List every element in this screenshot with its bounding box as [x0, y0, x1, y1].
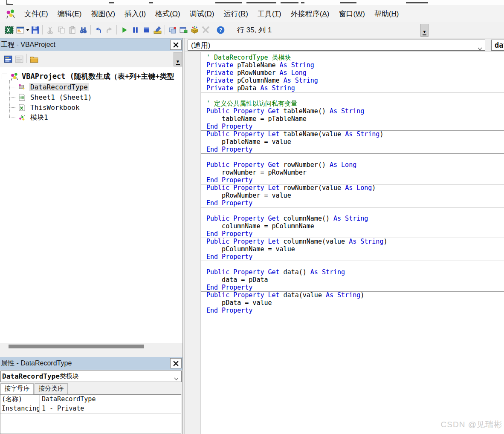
code-line[interactable]: data = pData	[201, 276, 504, 284]
window-title-remnant	[215, 2, 242, 3]
vbe-window: 文件(F)编辑(E)视图(V)插入(I)格式(O)调试(D)运行(R)工具(T)…	[0, 0, 504, 434]
code-line[interactable]: Public Property Get rowNumber() As Long	[201, 161, 504, 169]
save-icon[interactable]	[29, 24, 41, 35]
code-line[interactable]: Private pRowNumber As Long	[201, 69, 504, 77]
code-line[interactable]: End Property	[201, 199, 504, 207]
code-line[interactable]: Public Property Get data() As String	[201, 268, 504, 276]
break-icon[interactable]	[130, 24, 141, 35]
insert-userform-icon[interactable]	[14, 24, 26, 35]
tree-item-label: Sheet1 (Sheet1)	[29, 93, 93, 101]
tab-categorized[interactable]: 按分类序	[35, 383, 68, 394]
code-line[interactable]: pRowNumber = value	[201, 192, 504, 199]
menu-item[interactable]: 运行(R)	[219, 7, 253, 21]
code-line[interactable]: Private pColumnName As String	[201, 77, 504, 84]
code-editor[interactable]: ' DataRecordType 类模块Private pTableName A…	[185, 52, 504, 434]
tree-item--1[interactable]: 模块1	[0, 112, 182, 123]
menu-item[interactable]: 帮助(H)	[370, 7, 404, 21]
code-line[interactable]: End Property	[201, 284, 504, 291]
code-keyword: As String	[280, 61, 314, 69]
object-browser-icon[interactable]	[189, 24, 200, 35]
project-tree-horizontal-scrollbar[interactable]	[0, 343, 182, 350]
code-line[interactable]: End Property	[201, 176, 504, 184]
undo-icon[interactable]	[93, 24, 104, 35]
code-line[interactable]	[201, 207, 504, 215]
code-line[interactable]: pTableName = value	[201, 138, 504, 146]
property-value-cell[interactable]: DataRecordType	[40, 395, 181, 404]
code-line[interactable]: Public Property Get tableName() As Strin…	[201, 107, 504, 115]
property-row[interactable]: (名称)DataRecordType	[0, 395, 181, 404]
properties-panel-close-button[interactable]	[170, 358, 182, 368]
menu-item[interactable]: 编辑(E)	[53, 7, 87, 21]
tree-item-datarecordtype[interactable]: DataRecordType	[0, 82, 182, 92]
code-line[interactable]: Public Property Get columnName() As Stri…	[201, 215, 504, 222]
code-text: data = pData	[206, 276, 268, 284]
code-keyword: As Long	[345, 184, 372, 192]
menu-item[interactable]: 格式(O)	[151, 7, 185, 21]
code-line[interactable]: Public Property Let tableName(value As S…	[201, 130, 504, 138]
code-keyword: Private	[206, 61, 233, 69]
code-line[interactable]: tableName = pTableName	[201, 115, 504, 123]
tree-item-sheet1-sheet1-[interactable]: Sheet1 (Sheet1)	[0, 92, 182, 102]
code-line[interactable]: End Property	[201, 123, 504, 130]
toggle-folders-icon[interactable]	[29, 54, 40, 65]
excel-icon[interactable]	[3, 24, 14, 35]
tree-root-vbaproject[interactable]: VBAProject (随机数生成（表+列+主键+类型	[0, 71, 182, 82]
code-line[interactable]: End Property	[201, 230, 504, 238]
project-tree-scroll-down-button[interactable]: ▼	[174, 52, 182, 66]
procedure-dropdown-value: dat	[495, 41, 504, 49]
code-line[interactable]: pColumnName = value	[201, 245, 504, 253]
code-line[interactable]: Public Property Let columnName(value As …	[201, 238, 504, 245]
design-mode-icon[interactable]	[152, 24, 163, 35]
property-value-cell[interactable]: 1 - Private	[40, 404, 181, 413]
collapse-expander-icon[interactable]	[2, 74, 7, 79]
find-icon[interactable]	[78, 24, 89, 35]
menu-item[interactable]: 视图(V)	[86, 7, 120, 21]
properties-window-icon[interactable]	[178, 24, 189, 35]
project-explorer-icon[interactable]	[167, 24, 178, 35]
menu-item[interactable]: 外接程序(A)	[286, 7, 334, 21]
code-margin-indicator-bar[interactable]	[185, 52, 200, 434]
code-line[interactable]: Private pData As String	[201, 84, 504, 92]
tab-alphabetic[interactable]: 按字母序	[0, 383, 34, 394]
code-line[interactable]: columnName = pColumnName	[201, 222, 504, 230]
code-line[interactable]: End Property	[201, 146, 504, 153]
menu-item[interactable]: 文件(F)	[20, 7, 53, 21]
code-text: columnName = pColumnName	[206, 222, 314, 230]
code-line[interactable]	[201, 153, 504, 161]
object-dropdown[interactable]: (通用)	[188, 40, 485, 51]
code-line[interactable]: End Property	[201, 253, 504, 261]
code-text: rowNumber(value	[280, 184, 345, 192]
menu-item[interactable]: 窗口(W)	[334, 7, 369, 21]
code-line[interactable]: End Property	[201, 307, 504, 314]
menu-item[interactable]: 调试(D)	[185, 7, 219, 21]
code-line[interactable]	[201, 261, 504, 268]
code-text-area[interactable]: ' DataRecordType 类模块Private pTableName A…	[201, 52, 504, 434]
reset-icon[interactable]	[141, 24, 152, 35]
project-panel-close-button[interactable]	[170, 40, 182, 50]
code-line[interactable]: ' 定义公共属性以访问私有变量	[201, 100, 504, 107]
property-row[interactable]: Instancing1 - Private	[0, 404, 181, 414]
properties-object-selector[interactable]: DataRecordType 类模块	[0, 371, 182, 382]
code-line[interactable]: pData = value	[201, 299, 504, 307]
code-line[interactable]: Public Property Let rowNumber(value As L…	[201, 184, 504, 192]
object-dropdown-value: (通用)	[191, 40, 210, 50]
menu-item[interactable]: 工具(T)	[253, 7, 286, 21]
code-line[interactable]	[201, 92, 504, 100]
menu-bar: 文件(F)编辑(E)视图(V)插入(I)格式(O)调试(D)运行(R)工具(T)…	[0, 5, 504, 22]
code-line[interactable]: ' DataRecordType 类模块	[201, 54, 504, 61]
code-line[interactable]: Public Property Let data(value As String…	[201, 291, 504, 299]
scrollbar-thumb[interactable]	[9, 345, 144, 348]
help-icon[interactable]: ?	[215, 24, 226, 35]
code-keyword: End Property	[206, 230, 252, 238]
view-code-icon[interactable]	[3, 54, 14, 65]
run-icon[interactable]	[119, 24, 130, 35]
menu-item[interactable]: 插入(I)	[120, 7, 151, 21]
code-line[interactable]: Private pTableName As String	[201, 61, 504, 69]
dropdown-caret-icon[interactable]	[26, 29, 29, 31]
code-line[interactable]: rowNumber = pRowNumber	[201, 169, 504, 176]
toolbar-overflow-button[interactable]: ▼	[420, 24, 429, 37]
tree-item-thisworkbook[interactable]: ThisWorkbook	[0, 102, 182, 112]
procedure-dropdown[interactable]: dat	[491, 40, 504, 51]
code-text: pColumnName	[233, 77, 283, 84]
code-window-header: (通用) dat	[185, 38, 504, 52]
